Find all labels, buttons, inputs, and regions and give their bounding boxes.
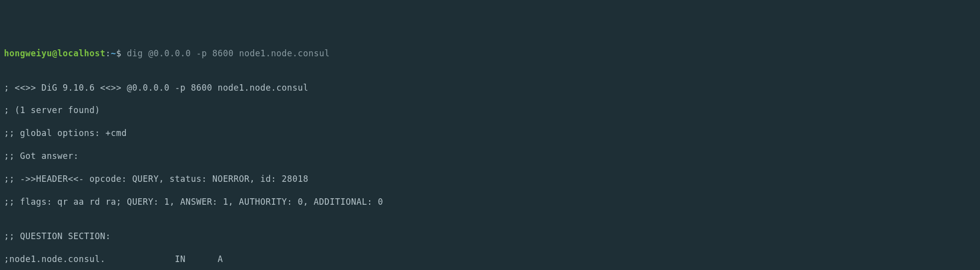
prompt-colon: : <box>105 48 111 58</box>
prompt-at: @ <box>52 48 58 58</box>
prompt-line: hongweiyu@localhost:~$ dig @0.0.0.0 -p 8… <box>4 48 976 59</box>
output-dig-version: ; <<>> DiG 9.10.6 <<>> @0.0.0.0 -p 8600 … <box>4 82 976 94</box>
prompt-host: localhost <box>57 48 105 58</box>
output-question-line: ;node1.node.consul. IN A <box>4 254 976 265</box>
output-flags: ;; flags: qr aa rd ra; QUERY: 1, ANSWER:… <box>4 196 976 208</box>
output-got-answer: ;; Got answer: <box>4 150 976 162</box>
prompt-user: hongweiyu <box>4 48 52 58</box>
output-global-options: ;; global options: +cmd <box>4 128 976 139</box>
command-text: dig @0.0.0.0 -p 8600 node1.node.consul <box>127 48 330 58</box>
output-question-header: ;; QUESTION SECTION: <box>4 231 976 242</box>
prompt-dollar: $ <box>116 48 122 58</box>
output-header-opcode: ;; ->>HEADER<<- opcode: QUERY, status: N… <box>4 173 976 185</box>
prompt-path: ~ <box>111 48 116 58</box>
terminal-output[interactable]: hongweiyu@localhost:~$ dig @0.0.0.0 -p 8… <box>4 48 976 270</box>
output-server-found: ; (1 server found) <box>4 105 976 116</box>
